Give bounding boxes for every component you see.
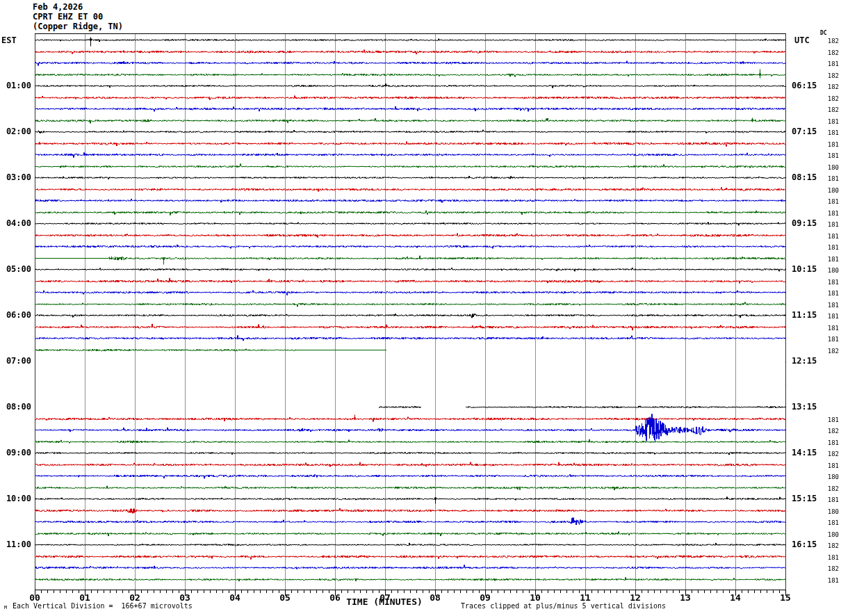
dc-value: 180 <box>823 508 839 515</box>
dc-value: 181 <box>823 256 839 263</box>
x-tick-label: 11 <box>580 592 591 603</box>
dc-value: 181 <box>823 198 839 205</box>
est-hour-label: 09:00 <box>0 448 31 457</box>
x-tick-label: 10 <box>530 592 541 603</box>
est-hour-label: 01:00 <box>0 81 31 90</box>
est-hour-label: 03:00 <box>0 172 31 182</box>
dc-column-header: DC <box>820 30 827 36</box>
dc-value: 181 <box>823 60 839 67</box>
dc-value: 181 <box>823 210 839 217</box>
x-tick-label: 08 <box>430 592 441 603</box>
dc-value: 181 <box>823 462 839 469</box>
utc-hour-label: 15:15 <box>792 494 817 503</box>
dc-value: 181 <box>823 175 839 182</box>
corner-glyph: M <box>4 605 7 610</box>
dc-value: 182 <box>823 38 839 44</box>
x-tick-label: 05 <box>279 592 291 603</box>
dc-value: 181 <box>823 439 839 446</box>
seismogram-canvas <box>0 0 841 616</box>
dc-value: 181 <box>823 290 839 297</box>
x-tick-label: 09 <box>480 592 491 603</box>
dc-value: 182 <box>823 72 839 79</box>
dc-value: 181 <box>823 302 839 309</box>
dc-value: 182 <box>823 485 839 492</box>
dc-value: 182 <box>823 106 839 113</box>
dc-value: 182 <box>823 565 839 572</box>
dc-value: 181 <box>823 221 839 228</box>
dc-value: 181 <box>823 416 839 423</box>
est-hour-label: 06:00 <box>0 310 31 320</box>
utc-hour-label: 12:15 <box>792 356 817 366</box>
est-hour-label: 08:00 <box>0 402 31 412</box>
dc-value: 182 <box>823 95 839 102</box>
helicorder-figure: Feb 4,2026 CPRT EHZ ET 00 (Copper Ridge,… <box>0 0 841 616</box>
x-tick-label: 00 <box>29 592 40 603</box>
dc-value: 182 <box>823 428 839 435</box>
dc-value: 181 <box>823 496 839 503</box>
x-tick-label: 12 <box>630 592 641 603</box>
dc-value: 180 <box>823 164 839 171</box>
utc-hour-label: 13:15 <box>792 402 817 412</box>
utc-hour-label: 09:15 <box>792 218 817 228</box>
dc-value: 182 <box>823 451 839 457</box>
x-tick-label: 06 <box>329 592 341 603</box>
dc-value: 181 <box>823 129 839 136</box>
est-hour-label: 02:00 <box>0 127 31 136</box>
x-tick-label: 01 <box>79 592 90 603</box>
dc-value: 180 <box>823 267 839 274</box>
left-timezone-label: EST <box>1 35 17 45</box>
utc-hour-label: 14:15 <box>792 448 817 457</box>
est-hour-label: 07:00 <box>0 356 31 366</box>
x-axis-title: TIME (MINUTES) <box>346 597 423 607</box>
est-hour-label: 10:00 <box>0 494 31 503</box>
dc-value: 180 <box>823 473 839 480</box>
scale-note: Each Vertical Division = 166+67 microvol… <box>13 602 193 610</box>
utc-hour-label: 11:15 <box>792 310 817 320</box>
dc-value: 182 <box>823 348 839 355</box>
dc-value: 181 <box>823 141 839 148</box>
dc-value: 181 <box>823 325 839 332</box>
dc-value: 181 <box>823 233 839 240</box>
dc-value: 182 <box>823 83 839 90</box>
right-timezone-label: UTC <box>794 35 810 45</box>
x-tick-label: 04 <box>229 592 240 603</box>
dc-value: 181 <box>823 118 839 125</box>
dc-value: 181 <box>823 279 839 286</box>
x-tick-label: 15 <box>780 592 791 603</box>
utc-hour-label: 10:15 <box>792 264 817 274</box>
clip-note: Traces clipped at plus/minus 5 vertical … <box>461 602 666 610</box>
est-hour-label: 11:00 <box>0 540 31 549</box>
dc-value: 182 <box>823 49 839 56</box>
dc-value: 181 <box>823 519 839 526</box>
dc-value: 180 <box>823 531 839 538</box>
dc-value: 181 <box>823 336 839 343</box>
utc-hour-label: 16:15 <box>792 540 817 549</box>
dc-value: 180 <box>823 187 839 194</box>
utc-hour-label: 06:15 <box>792 81 817 90</box>
est-hour-label: 05:00 <box>0 264 31 274</box>
dc-value: 181 <box>823 244 839 251</box>
utc-hour-label: 07:15 <box>792 127 817 136</box>
dc-value: 181 <box>823 577 839 584</box>
dc-value: 182 <box>823 542 839 549</box>
x-tick-label: 14 <box>730 592 741 603</box>
dc-value: 181 <box>823 152 839 159</box>
dc-value: 181 <box>823 554 839 561</box>
x-tick-label: 13 <box>680 592 691 603</box>
dc-value: 181 <box>823 313 839 320</box>
utc-hour-label: 08:15 <box>792 172 817 182</box>
est-hour-label: 04:00 <box>0 218 31 228</box>
x-tick-label: 03 <box>179 592 190 603</box>
x-tick-label: 02 <box>129 592 140 603</box>
